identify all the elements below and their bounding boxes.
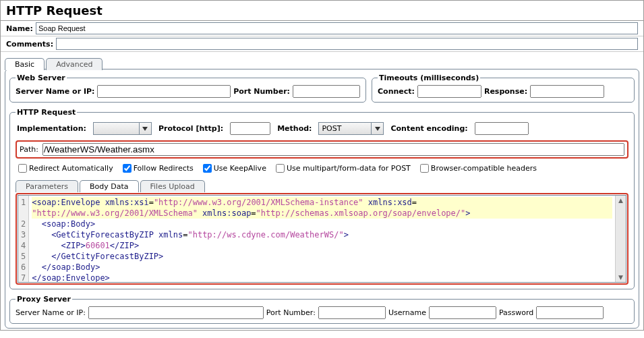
protocol-label: Protocol [http]: bbox=[158, 124, 223, 133]
response-label: Response: bbox=[484, 87, 527, 96]
proxy-server-fieldset: Proxy Server Server Name or IP: Port Num… bbox=[9, 295, 635, 324]
redirect-auto-checkbox[interactable] bbox=[18, 164, 27, 173]
encoding-input[interactable] bbox=[475, 122, 529, 135]
proxy-port-input[interactable] bbox=[318, 306, 386, 319]
body-data-area: 1 234567 <soap:Envelope xmlns:xsi="http:… bbox=[16, 193, 628, 285]
path-input[interactable] bbox=[42, 143, 624, 156]
port-number-input[interactable] bbox=[293, 85, 360, 98]
proxy-user-label: Username bbox=[388, 308, 426, 317]
web-server-fieldset: Web Server Server Name or IP: Port Numbe… bbox=[9, 74, 366, 103]
line-gutter: 1 234567 bbox=[18, 196, 29, 282]
method-select[interactable]: POST bbox=[318, 122, 384, 135]
port-number-label: Port Number: bbox=[233, 87, 290, 96]
connect-label: Connect: bbox=[378, 87, 415, 96]
chevron-down-icon bbox=[139, 123, 151, 134]
implementation-label: Implementation: bbox=[17, 124, 86, 133]
tab-advanced[interactable]: Advanced bbox=[46, 58, 103, 70]
inner-tabrow: Parameters Body Data Files Upload bbox=[16, 177, 628, 192]
redirect-auto-label: Redirect Automatically bbox=[29, 164, 113, 173]
scrollbar[interactable]: ▲ ▼ bbox=[615, 196, 626, 282]
connect-input[interactable] bbox=[417, 85, 481, 98]
method-label: Method: bbox=[277, 124, 312, 133]
http-request-panel: HTTP Request Name: Comments: Basic Advan… bbox=[0, 0, 644, 331]
multipart-label: Use multipart/form-data for POST bbox=[287, 164, 411, 173]
tab-basic[interactable]: Basic bbox=[5, 58, 45, 70]
keepalive-label: Use KeepAlive bbox=[214, 164, 266, 173]
implementation-select[interactable] bbox=[93, 122, 152, 135]
tab-files-upload[interactable]: Files Upload bbox=[140, 180, 205, 192]
name-input[interactable] bbox=[36, 22, 638, 34]
scroll-down-icon[interactable]: ▼ bbox=[618, 274, 623, 281]
server-name-label: Server Name or IP: bbox=[16, 87, 94, 96]
name-label: Name: bbox=[6, 24, 33, 33]
browser-compat-checkbox[interactable] bbox=[420, 164, 429, 173]
comments-row: Comments: bbox=[1, 36, 643, 52]
proxy-port-label: Port Number: bbox=[266, 308, 316, 317]
comments-label: Comments: bbox=[6, 40, 53, 49]
name-row: Name: bbox=[1, 21, 643, 36]
multipart-checkbox[interactable] bbox=[276, 164, 285, 173]
scroll-up-icon[interactable]: ▲ bbox=[618, 197, 623, 204]
timeouts-legend: Timeouts (milliseconds) bbox=[378, 74, 480, 82]
http-request-legend: HTTP Request bbox=[16, 108, 77, 117]
comments-input[interactable] bbox=[56, 38, 638, 50]
proxy-server-input[interactable] bbox=[88, 306, 264, 319]
body-code-editor[interactable]: <soap:Envelope xmlns:xsi="http://www.w3.… bbox=[29, 196, 615, 282]
protocol-input[interactable] bbox=[230, 122, 270, 135]
proxy-pass-label: Password bbox=[499, 308, 533, 317]
proxy-server-legend: Proxy Server bbox=[16, 295, 72, 304]
proxy-user-input[interactable] bbox=[429, 306, 496, 319]
http-request-fieldset: HTTP Request Implementation: Protocol [h… bbox=[9, 108, 635, 289]
browser-compat-label: Browser-compatible headers bbox=[431, 164, 537, 173]
tab-body-data[interactable]: Body Data bbox=[80, 180, 139, 192]
path-label: Path: bbox=[20, 145, 38, 154]
chevron-down-icon bbox=[371, 123, 383, 134]
outer-tabrow: Basic Advanced bbox=[5, 55, 639, 69]
proxy-pass-input[interactable] bbox=[536, 306, 604, 319]
basic-panel: Web Server Server Name or IP: Port Numbe… bbox=[5, 69, 639, 329]
proxy-server-label: Server Name or IP: bbox=[16, 308, 86, 317]
options-row: Redirect Automatically Follow Redirects … bbox=[16, 161, 628, 175]
tab-parameters[interactable]: Parameters bbox=[16, 180, 78, 192]
page-title: HTTP Request bbox=[1, 1, 643, 21]
follow-redirects-checkbox[interactable] bbox=[123, 164, 131, 173]
timeouts-fieldset: Timeouts (milliseconds) Connect: Respons… bbox=[372, 74, 635, 103]
follow-redirects-label: Follow Redirects bbox=[134, 164, 194, 173]
keepalive-checkbox[interactable] bbox=[203, 164, 212, 173]
response-input[interactable] bbox=[530, 85, 604, 98]
encoding-label: Content encoding: bbox=[390, 124, 467, 133]
server-name-input[interactable] bbox=[97, 85, 231, 98]
web-server-legend: Web Server bbox=[16, 74, 67, 82]
path-row: Path: bbox=[16, 140, 628, 159]
